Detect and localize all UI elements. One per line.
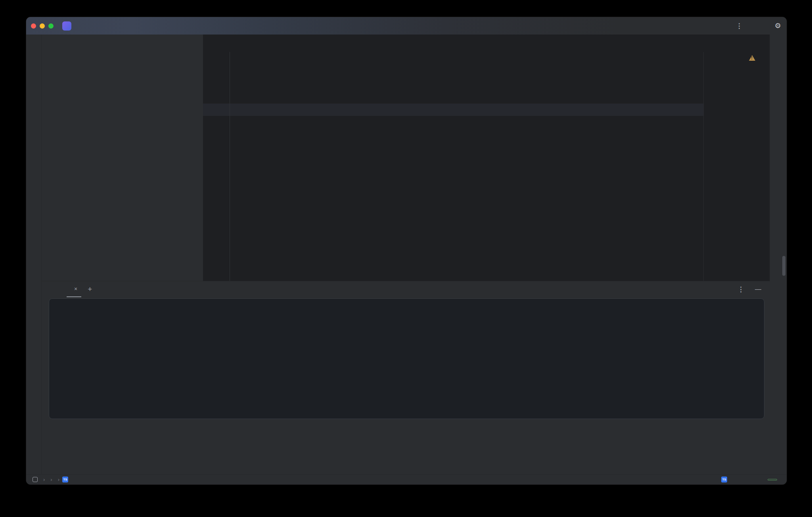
gutter-separator (230, 52, 230, 281)
new-terminal-button[interactable]: + (88, 285, 92, 294)
terminal-options-button[interactable]: ⋮ (737, 285, 745, 294)
license-badge[interactable] (768, 479, 777, 480)
zoom-window-button[interactable] (48, 23, 54, 29)
terminal-header: × + ⋮ — (42, 281, 770, 297)
titlebar-actions: ⋮ ⚙ (712, 17, 781, 35)
status-bar: › › › TS TS (26, 474, 787, 484)
breadcrumb-separator: › (58, 477, 59, 482)
typescript-file-icon: TS (62, 477, 68, 482)
window-controls (31, 23, 54, 29)
inspections-widget[interactable] (749, 55, 768, 61)
status-widgets: TS (705, 477, 777, 482)
project-icon (33, 477, 38, 482)
breadcrumbs: › › › TS (33, 477, 71, 482)
titlebar: ⋮ ⚙ (26, 17, 787, 35)
code-area[interactable] (203, 52, 787, 281)
deskt op-background: ⋮ ⚙ ⋮ (0, 0, 812, 517)
ide-window: ⋮ ⚙ ⋮ (26, 17, 787, 484)
close-window-button[interactable] (31, 23, 36, 29)
project-panel (42, 35, 203, 281)
right-tool-strip (770, 35, 787, 475)
breadcrumb-separator: › (50, 477, 52, 482)
editor-scrollbar[interactable] (782, 256, 785, 276)
typescript-service-badge[interactable]: TS (721, 477, 727, 482)
breadcrumb-separator: › (43, 477, 45, 482)
editor: ⋮ (203, 35, 787, 281)
terminal-tab-local[interactable]: × (67, 281, 81, 297)
minimize-window-button[interactable] (40, 23, 45, 29)
current-line-highlight (203, 104, 704, 116)
close-icon[interactable]: × (74, 286, 77, 292)
settings-button[interactable]: ⚙ (775, 22, 781, 29)
editor-tabbar (203, 35, 787, 52)
more-actions-button[interactable]: ⋮ (736, 22, 743, 30)
right-margin-guide (703, 52, 704, 281)
terminal-output[interactable] (49, 298, 764, 419)
project-badge[interactable] (62, 21, 71, 31)
terminal-panel: × + ⋮ — (42, 281, 770, 475)
left-tool-strip (26, 35, 42, 475)
hide-terminal-button[interactable]: — (755, 286, 761, 293)
warning-icon (749, 55, 755, 61)
